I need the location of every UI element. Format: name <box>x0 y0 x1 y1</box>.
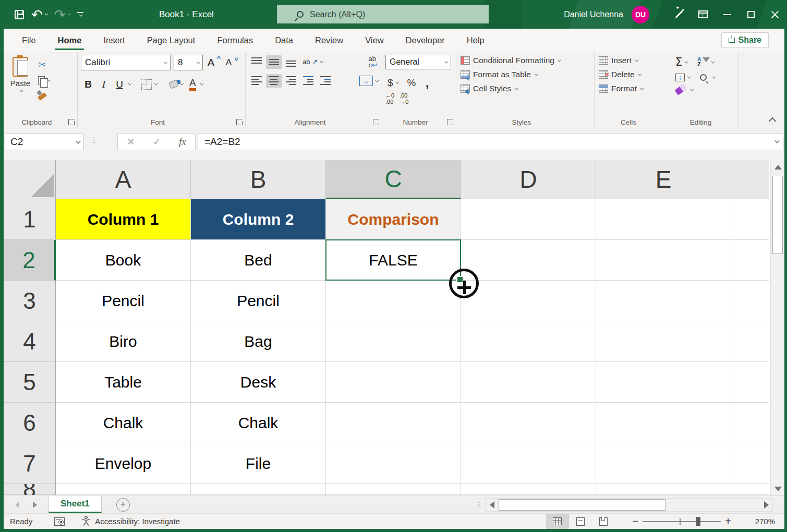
share-button[interactable]: Share <box>721 32 769 48</box>
name-box-dropdown-icon[interactable] <box>76 139 81 144</box>
clipboard-dialog-launcher[interactable] <box>68 119 75 125</box>
cell-A4[interactable]: Biro <box>56 321 191 362</box>
tab-view[interactable]: View <box>354 29 394 52</box>
increase-indent-button[interactable] <box>318 74 333 88</box>
copy-button[interactable] <box>36 75 75 86</box>
comma-style-button[interactable]: , <box>423 74 431 92</box>
percent-style-button[interactable]: % <box>405 76 418 90</box>
row-header-4[interactable]: 4 <box>4 321 56 362</box>
wrap-text-button[interactable]: abc↩ <box>367 55 380 69</box>
sort-filter-button[interactable]: AZ <box>695 56 716 68</box>
row-header-2[interactable]: 2 <box>4 240 56 281</box>
accounting-format-button[interactable]: $ <box>385 76 400 90</box>
cell-partial-5[interactable] <box>731 362 769 403</box>
row-header-5[interactable]: 5 <box>4 362 56 403</box>
ribbon-display-options-button[interactable] <box>691 0 715 29</box>
decrease-indent-button[interactable] <box>300 74 316 88</box>
cell-partial-1[interactable] <box>731 199 769 240</box>
collapse-ribbon-button[interactable] <box>769 117 776 125</box>
increase-decimal-button[interactable]: ←0 .00 <box>385 93 394 105</box>
cell-B8[interactable] <box>191 484 326 495</box>
cell-partial-3[interactable] <box>731 281 769 321</box>
close-button[interactable] <box>763 0 787 29</box>
insert-function-button[interactable]: fx <box>179 136 186 148</box>
select-all-corner[interactable] <box>4 160 56 199</box>
cell-C6[interactable] <box>326 403 461 443</box>
autosum-button[interactable]: Σ <box>673 55 689 69</box>
underline-button[interactable]: U <box>112 79 127 90</box>
tab-insert[interactable]: Insert <box>92 29 136 52</box>
column-header-b[interactable]: B <box>191 160 326 199</box>
insert-cells-button[interactable]: Insert <box>598 55 668 66</box>
cell-D3[interactable] <box>461 281 596 321</box>
customize-qat-button[interactable] <box>77 12 83 17</box>
format-cells-button[interactable]: Format <box>598 83 668 94</box>
cell-D7[interactable] <box>461 443 596 484</box>
cell-C8[interactable] <box>326 484 461 495</box>
number-format-select[interactable]: General <box>385 55 451 69</box>
page-break-view-button[interactable] <box>592 514 615 529</box>
row-header-1[interactable]: 1 <box>4 199 56 240</box>
italic-button[interactable]: I <box>96 79 111 90</box>
vertical-scroll-thumb[interactable] <box>772 176 783 254</box>
avatar[interactable]: DU <box>632 6 649 23</box>
orientation-button[interactable]: ab↗ <box>300 58 324 66</box>
alignment-dialog-launcher[interactable] <box>373 119 379 125</box>
find-select-button[interactable] <box>698 73 717 82</box>
underline-dropdown-icon[interactable] <box>128 82 131 86</box>
tab-developer[interactable]: Developer <box>395 29 456 52</box>
vertical-scrollbar[interactable] <box>770 160 784 495</box>
column-header-a[interactable]: A <box>56 160 191 199</box>
number-dialog-launcher[interactable] <box>447 119 453 125</box>
delete-cells-button[interactable]: Delete <box>598 69 668 80</box>
format-painter-button[interactable] <box>36 90 75 96</box>
cell-B2[interactable]: Bed <box>191 240 326 281</box>
increase-font-size-button[interactable]: A <box>206 56 221 69</box>
cell-B4[interactable]: Bag <box>191 321 326 362</box>
accessibility-status[interactable]: Accessibility: Investigate <box>95 517 180 526</box>
fill-button[interactable]: ↓ <box>673 72 692 82</box>
cell-C5[interactable] <box>326 362 461 403</box>
scroll-down-button[interactable] <box>771 482 785 495</box>
merge-center-button[interactable]: ↔ <box>357 75 380 87</box>
formula-input[interactable]: =A2=B2 <box>198 134 783 150</box>
previous-sheet-button[interactable] <box>15 502 19 508</box>
scroll-right-button[interactable] <box>760 499 772 511</box>
align-top-button[interactable] <box>249 55 264 69</box>
cell-B6[interactable]: Chalk <box>191 403 326 443</box>
bold-button[interactable]: B <box>81 79 95 90</box>
cell-E1[interactable] <box>596 199 731 240</box>
tab-file[interactable]: File <box>11 29 47 52</box>
tab-review[interactable]: Review <box>304 29 354 52</box>
fill-color-button[interactable] <box>167 80 185 89</box>
cell-D6[interactable] <box>461 403 596 443</box>
name-box[interactable]: C2 <box>5 134 84 150</box>
paste-button[interactable]: Paste <box>7 55 34 110</box>
tab-home[interactable]: Home <box>47 29 93 52</box>
maximize-button[interactable] <box>739 0 763 29</box>
column-header-d[interactable]: D <box>461 160 596 199</box>
undo-button[interactable]: ↶ <box>31 8 47 21</box>
formula-bar-grip[interactable]: ⋯ <box>92 137 96 144</box>
page-layout-view-button[interactable] <box>569 514 592 529</box>
zoom-slider-thumb[interactable] <box>696 517 700 526</box>
cell-E4[interactable] <box>596 321 731 362</box>
horizontal-scrollbar[interactable] <box>485 498 773 512</box>
cell-partial-6[interactable] <box>731 403 769 443</box>
coming-soon-button[interactable] <box>667 0 691 29</box>
cell-partial-8[interactable] <box>731 484 769 495</box>
align-right-button[interactable] <box>283 74 299 88</box>
cell-B3[interactable]: Pencil <box>191 281 326 321</box>
cell-E2[interactable] <box>596 240 731 281</box>
align-bottom-button[interactable] <box>283 55 299 69</box>
cell-C7[interactable] <box>326 443 461 484</box>
cell-E3[interactable] <box>596 281 731 321</box>
decrease-font-size-button[interactable]: A <box>224 57 238 68</box>
column-header-c[interactable]: C <box>326 160 461 199</box>
cell-A6[interactable]: Chalk <box>56 403 191 443</box>
tab-formulas[interactable]: Formulas <box>206 29 264 52</box>
borders-button[interactable] <box>139 78 159 91</box>
redo-button[interactable]: ↷ <box>54 8 70 21</box>
cell-B5[interactable]: Desk <box>191 362 326 403</box>
align-center-button[interactable] <box>266 74 282 88</box>
